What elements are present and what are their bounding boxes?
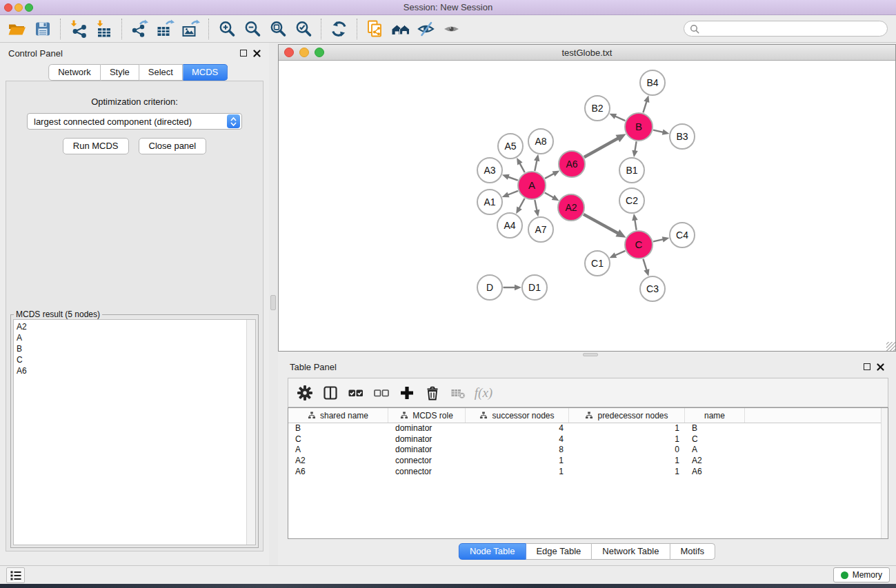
import-network-icon[interactable] [66, 18, 91, 40]
graph-node-B1[interactable]: B1 [619, 158, 644, 183]
cell-successor-nodes[interactable]: 8 [466, 445, 569, 456]
cell-mcds-role[interactable]: connector [388, 467, 466, 478]
cell-name[interactable]: A [685, 445, 745, 456]
graph-node-A[interactable]: A [518, 172, 546, 199]
graph-edge-B-B1[interactable] [635, 141, 636, 151]
export-image-icon[interactable] [178, 18, 203, 40]
column-header-shared-name[interactable]: shared name [288, 408, 388, 423]
zoom-selected-icon[interactable] [290, 18, 316, 40]
tab-mcds[interactable]: MCDS [183, 64, 228, 81]
export-network-icon[interactable] [127, 18, 152, 40]
float-panel-icon[interactable] [240, 50, 247, 57]
zoom-fit-icon[interactable] [265, 18, 290, 40]
graph-edge-A-A6[interactable] [545, 174, 554, 179]
cell-name[interactable]: B [685, 423, 745, 434]
network-window-titlebar[interactable]: testGlobe.txt [279, 45, 895, 61]
delete-column-trash-icon[interactable] [422, 382, 443, 404]
graph-node-A1[interactable]: A1 [477, 190, 502, 214]
search-field[interactable] [684, 21, 888, 37]
table-settings-gear-icon[interactable] [295, 382, 315, 404]
column-header-name[interactable]: name [685, 408, 745, 423]
import-table-icon[interactable] [91, 18, 117, 40]
criterion-dropdown[interactable]: largest connected component (directed) [27, 113, 242, 130]
table-tab-edge-table[interactable]: Edge Table [526, 543, 592, 560]
deselect-all-icon[interactable] [371, 382, 392, 404]
save-session-icon[interactable] [30, 18, 55, 40]
cell-mcds-role[interactable]: dominator [388, 434, 466, 445]
search-input[interactable] [703, 24, 882, 34]
table-row[interactable]: Bdominator41B [288, 423, 888, 434]
graph-edge-A-A7[interactable] [535, 200, 537, 210]
graph-node-D1[interactable]: D1 [522, 275, 547, 300]
cell-successor-nodes[interactable]: 1 [466, 467, 569, 478]
result-list-scrollbar[interactable] [246, 320, 255, 545]
minimize-window-button[interactable] [14, 3, 23, 12]
cell-shared-name[interactable]: B [288, 423, 388, 434]
result-item-c[interactable]: C [14, 354, 255, 365]
column-header-mcds-role[interactable]: MCDS role [388, 408, 466, 423]
cell-mcds-role[interactable]: dominator [388, 423, 466, 434]
column-header-successor-nodes[interactable]: successor nodes [466, 408, 569, 423]
tab-select[interactable]: Select [139, 64, 183, 81]
cell-successor-nodes[interactable]: 4 [466, 434, 569, 445]
result-item-a2[interactable]: A2 [14, 321, 255, 332]
table-scrollbar[interactable] [881, 408, 888, 538]
graph-edge-A6-B[interactable] [584, 139, 618, 157]
network-close-button[interactable] [284, 48, 294, 57]
graph-node-B2[interactable]: B2 [585, 96, 610, 121]
graph-node-B3[interactable]: B3 [670, 124, 695, 149]
cell-name[interactable]: A2 [685, 456, 745, 467]
duplicate-network-icon[interactable] [362, 18, 388, 40]
cell-name[interactable]: A6 [685, 467, 745, 478]
cell-predecessor-nodes[interactable]: 0 [569, 445, 685, 456]
zoom-window-button[interactable] [25, 3, 33, 12]
cell-shared-name[interactable]: A6 [288, 467, 388, 478]
network-zoom-button[interactable] [315, 48, 324, 57]
graph-node-B[interactable]: B [625, 113, 653, 141]
result-item-a6[interactable]: A6 [14, 365, 255, 376]
graph-node-C2[interactable]: C2 [619, 188, 644, 213]
graph-node-A4[interactable]: A4 [497, 213, 522, 238]
network-minimize-button[interactable] [299, 48, 309, 57]
close-panel-icon[interactable] [253, 50, 261, 57]
graph-node-A3[interactable]: A3 [477, 158, 502, 183]
result-item-b[interactable]: B [14, 343, 255, 354]
table-row[interactable]: Cdominator41C [288, 434, 888, 445]
graph-node-D[interactable]: D [477, 275, 502, 300]
tab-network[interactable]: Network [48, 64, 101, 81]
graph-node-C1[interactable]: C1 [585, 251, 610, 276]
graph-node-C4[interactable]: C4 [670, 223, 695, 247]
home-icon[interactable] [388, 18, 413, 40]
cell-predecessor-nodes[interactable]: 1 [569, 434, 685, 445]
cell-mcds-role[interactable]: connector [388, 456, 466, 467]
table-row[interactable]: Adominator80A [288, 445, 888, 456]
table-row[interactable]: A6connector11A6 [288, 467, 888, 478]
splitter-grip[interactable] [270, 295, 276, 310]
task-history-button[interactable] [6, 567, 25, 583]
memory-button[interactable]: Memory [833, 567, 890, 582]
network-canvas[interactable]: B4B2BB3A8A5A6A3B1AC2A1A2A4A7C4CC1C3DD1 [279, 61, 895, 351]
horizontal-splitter-grip[interactable] [583, 353, 598, 356]
close-panel-button[interactable]: Close panel [139, 138, 207, 154]
float-table-panel-icon[interactable] [864, 363, 870, 370]
window-resize-grip[interactable] [886, 342, 895, 351]
graph-edge-A2-C[interactable] [584, 214, 618, 234]
tab-style[interactable]: Style [101, 64, 139, 81]
graph-edge-C-C4[interactable] [653, 239, 664, 241]
graph-edge-A-A2[interactable] [545, 193, 554, 198]
select-all-icon[interactable] [346, 382, 366, 404]
refresh-icon[interactable] [326, 18, 352, 40]
graph-edge-A-A3[interactable] [508, 176, 517, 180]
graph-node-A6[interactable]: A6 [559, 151, 585, 177]
table-tab-node-table[interactable]: Node Table [459, 543, 526, 560]
graph-node-A7[interactable]: A7 [528, 217, 553, 242]
close-table-panel-icon[interactable] [877, 363, 884, 371]
export-table-icon[interactable] [152, 18, 178, 40]
graph-edge-A-A1[interactable] [508, 191, 518, 195]
graph-node-A8[interactable]: A8 [528, 129, 553, 154]
table-tab-motifs[interactable]: Motifs [670, 543, 715, 560]
graph-edge-B-B2[interactable] [615, 116, 626, 121]
table-tab-network-table[interactable]: Network Table [592, 543, 670, 560]
table-row[interactable]: A2connector11A2 [288, 456, 888, 467]
graph-node-A5[interactable]: A5 [498, 134, 523, 159]
